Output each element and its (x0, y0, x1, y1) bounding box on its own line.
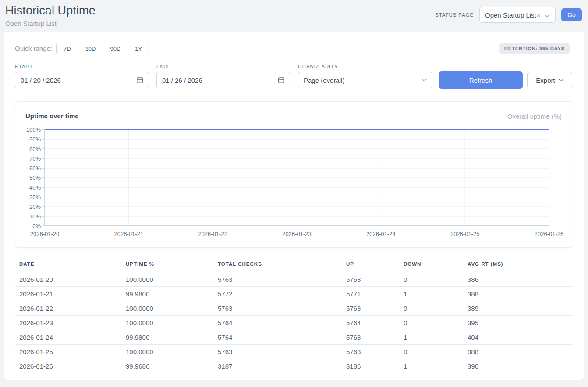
table-cell: 100.0000 (121, 301, 213, 316)
table-cell: 388 (463, 287, 573, 301)
page-subtitle: Open Startup List (5, 20, 57, 27)
table-cell: 2026-01-26 (15, 359, 121, 373)
start-label: START (15, 64, 33, 69)
uptime-chart-card: Uptime over time Overall uptime (%) 0%10… (15, 101, 573, 248)
column-header: AVG RT (MS) (463, 258, 573, 272)
table-cell: 5763 (213, 301, 342, 316)
status-page-label: STATUS PAGE (435, 12, 474, 18)
table-cell: 388 (463, 345, 573, 359)
svg-text:50%: 50% (29, 175, 41, 181)
table-row: 2026-01-25100.0000576357630388 (15, 345, 573, 359)
table-cell: 5763 (213, 345, 342, 359)
table-row: 2026-01-2199.9800577257711388 (15, 287, 573, 301)
start-date-value: 01 / 20 / 2026 (21, 77, 61, 84)
column-header: TOTAL CHECKS (213, 258, 342, 272)
svg-text:60%: 60% (29, 165, 41, 172)
table-cell: 5764 (213, 316, 342, 330)
export-label: Export (536, 77, 555, 84)
column-header: DATE (15, 258, 121, 272)
quick-range-7d[interactable]: 7D (57, 43, 78, 54)
calendar-icon[interactable] (136, 77, 143, 84)
svg-text:0%: 0% (32, 223, 41, 229)
table-cell: 2026-01-21 (15, 287, 121, 301)
chevron-down-icon (559, 79, 563, 82)
table-cell: 2026-01-23 (15, 316, 121, 330)
table-cell: 5763 (342, 272, 399, 287)
table-cell: 2026-01-25 (15, 345, 121, 359)
granularity-value: Page (overall) (304, 77, 344, 84)
table-cell: 5763 (213, 272, 342, 287)
table-cell: 5763 (342, 345, 399, 359)
table-cell: 5763 (342, 330, 399, 345)
table-cell: 2026-01-24 (15, 330, 121, 345)
svg-text:2026-01-21: 2026-01-21 (114, 231, 144, 237)
svg-text:70%: 70% (29, 155, 41, 162)
table-cell: 5772 (213, 287, 342, 301)
granularity-label: GRANULARITY (298, 64, 338, 69)
table-cell: 395 (463, 316, 573, 330)
table-cell: 1 (399, 359, 463, 373)
table-cell: 0 (399, 316, 463, 330)
table-cell: 100.0000 (121, 272, 213, 287)
svg-text:20%: 20% (29, 204, 41, 210)
table-header-row: DATEUPTIME %TOTAL CHECKSUPDOWNAVG RT (MS… (15, 258, 573, 272)
table-cell: 5763 (342, 301, 399, 316)
uptime-table: DATEUPTIME %TOTAL CHECKSUPDOWNAVG RT (MS… (15, 258, 573, 373)
column-header: DOWN (399, 258, 463, 272)
quick-range-group: 7D30D90D1Y (56, 43, 149, 54)
svg-text:2026-01-23: 2026-01-23 (282, 231, 312, 237)
clear-icon[interactable]: × (537, 11, 541, 19)
svg-text:40%: 40% (29, 184, 41, 191)
table-cell: 100.0000 (121, 345, 213, 359)
table-cell: 99.9686 (121, 359, 213, 373)
table-cell: 3187 (213, 359, 342, 373)
start-date-input[interactable]: 01 / 20 / 2026 (15, 72, 149, 88)
table-row: 2026-01-2699.9686318731861390 (15, 359, 573, 373)
quick-range-1y[interactable]: 1Y (128, 43, 149, 54)
table-cell: 100.0000 (121, 316, 213, 330)
svg-text:2026-01-26: 2026-01-26 (535, 231, 564, 237)
table-cell: 5764 (342, 316, 399, 330)
table-cell: 1 (399, 330, 463, 345)
end-date-input[interactable]: 01 / 26 / 2026 (156, 72, 290, 88)
status-page-value: Open Startup List (485, 11, 536, 19)
table-row: 2026-01-2499.9800576457631404 (15, 330, 573, 345)
table-cell: 386 (463, 272, 573, 287)
status-page-select[interactable]: Open Startup List × (479, 7, 556, 23)
table-cell: 390 (463, 359, 573, 373)
quick-range-label: Quick range: (15, 45, 52, 52)
table-cell: 5771 (342, 287, 399, 301)
calendar-icon[interactable] (278, 77, 285, 84)
table-cell: 2026-01-22 (15, 301, 121, 316)
table-cell: 0 (399, 272, 463, 287)
status-page-area: STATUS PAGE Open Startup List × Go (435, 0, 582, 30)
svg-text:2026-01-22: 2026-01-22 (198, 231, 227, 237)
refresh-button[interactable]: Refresh (439, 71, 523, 89)
retention-badge: RETENTION: 365 DAYS (499, 43, 570, 54)
quick-range-30d[interactable]: 30D (78, 43, 103, 54)
svg-text:100%: 100% (26, 127, 41, 133)
column-header: UPTIME % (121, 258, 213, 272)
end-date-value: 01 / 26 / 2026 (162, 77, 202, 84)
column-header: UP (342, 258, 399, 272)
table-cell: 5764 (213, 330, 342, 345)
go-button[interactable]: Go (561, 8, 582, 21)
svg-text:2026-01-24: 2026-01-24 (366, 231, 396, 237)
table-cell: 99.9800 (121, 287, 213, 301)
table-cell: 389 (463, 301, 573, 316)
table-cell: 404 (463, 330, 573, 345)
page-title: Historical Uptime (5, 4, 96, 18)
svg-text:80%: 80% (29, 146, 41, 152)
export-button[interactable]: Export (527, 72, 572, 88)
table-cell: 0 (399, 301, 463, 316)
table-cell: 2026-01-20 (15, 272, 121, 287)
main-card: Quick range: 7D30D90D1Y RETENTION: 365 D… (4, 32, 584, 380)
svg-text:10%: 10% (29, 213, 41, 220)
svg-text:30%: 30% (29, 194, 41, 201)
uptime-line-chart: 0%10%20%30%40%50%60%70%80%90%100%2026-01… (15, 102, 574, 248)
svg-text:90%: 90% (29, 136, 41, 143)
table-cell: 1 (399, 287, 463, 301)
svg-text:2026-01-25: 2026-01-25 (450, 231, 480, 237)
granularity-select[interactable]: Page (overall) (298, 72, 432, 88)
quick-range-90d[interactable]: 90D (103, 43, 128, 54)
